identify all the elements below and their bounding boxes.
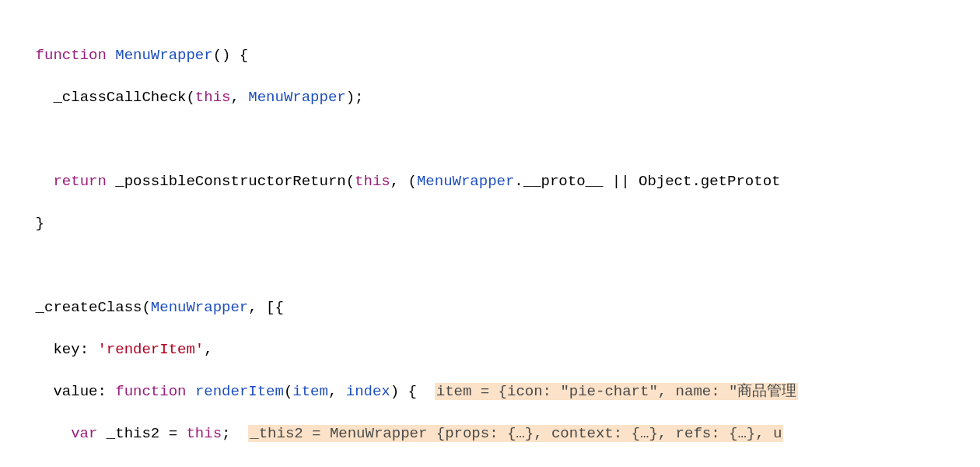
debug-inlay-this2[interactable]: _this2 = MenuWrapper {props: {…}, contex… <box>248 425 783 442</box>
code-line[interactable]: _classCallCheck(this, MenuWrapper); <box>0 87 980 108</box>
punctuation: , <box>328 383 346 400</box>
keyword-function: function <box>36 47 107 64</box>
code-line[interactable]: var _this2 = this; _this2 = MenuWrapper … <box>0 423 980 444</box>
param-index: index <box>346 383 390 400</box>
identifier-menuwrapper: MenuWrapper <box>115 47 212 64</box>
code-editor[interactable]: function MenuWrapper() { _classCallCheck… <box>0 0 980 467</box>
keyword-function: function <box>115 383 186 400</box>
punctuation: ; <box>222 425 248 442</box>
identifier-menuwrapper: MenuWrapper <box>417 173 514 190</box>
keyword-this: this <box>195 89 231 106</box>
operator-or: || <box>603 173 639 190</box>
identifier-menuwrapper: MenuWrapper <box>248 89 345 106</box>
identifier-menuwrapper: MenuWrapper <box>151 299 248 316</box>
code-line[interactable]: } <box>0 213 980 234</box>
code-line[interactable]: function MenuWrapper() { <box>0 45 980 66</box>
call-possibleconstructorreturn: _possibleConstructorReturn <box>115 173 345 190</box>
keyword-this: this <box>186 425 222 442</box>
punctuation: ); <box>346 89 364 106</box>
punctuation: () { <box>213 47 249 64</box>
debug-inlay-item[interactable]: item = {icon: "pie-chart", name: "商品管理 <box>435 383 799 400</box>
punctuation: , <box>204 341 212 358</box>
call-getprototype: Object.getProtot <box>639 173 780 190</box>
code-line[interactable]: key: 'renderItem', <box>0 339 980 360</box>
code-line[interactable]: return _possibleConstructorReturn(this, … <box>0 171 980 192</box>
code-line[interactable]: value: function renderItem(item, index) … <box>0 381 980 402</box>
object-key-value: value: <box>53 383 115 400</box>
keyword-return: return <box>53 173 106 190</box>
code-line[interactable] <box>0 129 980 150</box>
code-line[interactable] <box>0 255 980 276</box>
code-line[interactable]: _createClass(MenuWrapper, [{ <box>0 297 980 318</box>
call-classcallcheck: _classCallCheck <box>53 89 186 106</box>
brace-close: } <box>36 215 44 232</box>
object-key: key: <box>53 341 97 358</box>
punctuation: ) { <box>390 383 435 400</box>
string-renderitem: 'renderItem' <box>97 341 204 358</box>
identifier-renderitem: renderItem <box>195 383 284 400</box>
var-this2: _this2 = <box>97 425 186 442</box>
keyword-var: var <box>71 425 97 442</box>
call-createclass: _createClass <box>36 299 142 316</box>
punctuation: , <box>230 89 248 106</box>
keyword-this: this <box>355 173 390 190</box>
property-proto: .__proto__ <box>514 173 603 190</box>
param-item: item <box>292 383 328 400</box>
paren-open: ( <box>284 383 292 400</box>
punctuation: , [{ <box>248 299 284 316</box>
